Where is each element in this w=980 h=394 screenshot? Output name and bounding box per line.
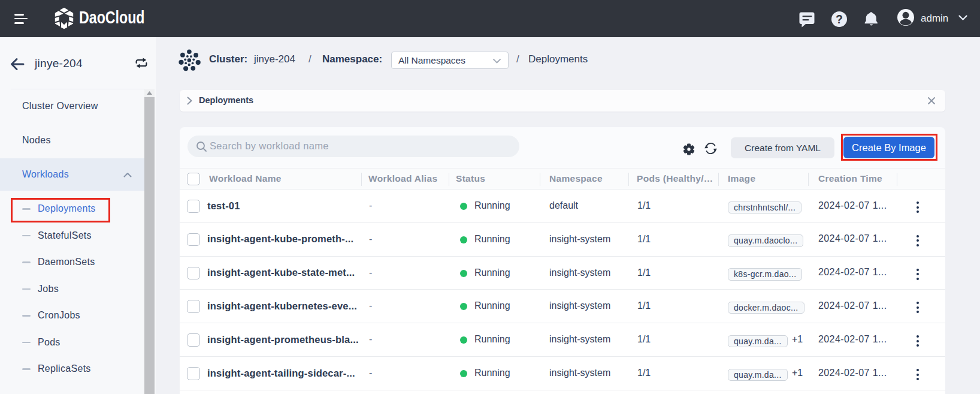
svg-text:?: ?: [836, 13, 843, 26]
